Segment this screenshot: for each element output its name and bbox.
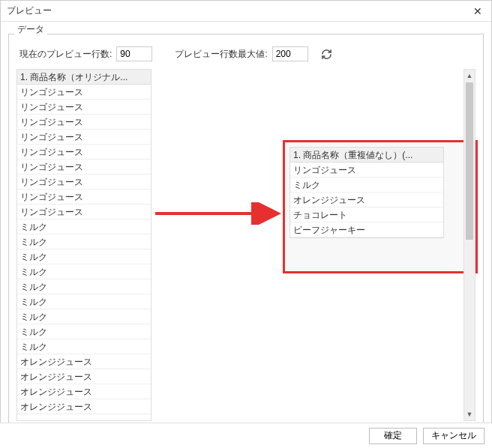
table-row[interactable]: チョコレート [290, 208, 443, 223]
fieldset-label: データ [14, 23, 47, 36]
table-row[interactable]: リンゴジュース [290, 163, 443, 178]
table-row[interactable]: ミルク [17, 294, 151, 309]
table-row[interactable]: リンゴジュース [17, 205, 151, 220]
titlebar: プレビュー ✕ [1, 1, 491, 22]
scroll-up-icon[interactable]: ▲ [464, 70, 475, 82]
table-row[interactable]: リンゴジュース [17, 130, 151, 145]
table-row[interactable]: オレンジジュース [17, 384, 151, 399]
original-table: 1. 商品名称（オリジナル... リンゴジュースリンゴジュースリンゴジュースリン… [16, 69, 152, 421]
table-row[interactable]: ミルク [17, 220, 151, 234]
table-row[interactable]: リンゴジュース [17, 100, 151, 115]
table-row[interactable]: リンゴジュース [17, 115, 151, 130]
table-row[interactable]: ミルク [17, 324, 151, 339]
window-title: プレビュー [7, 4, 470, 17]
table-row[interactable]: オレンジジュース [290, 193, 443, 208]
table-row[interactable]: オレンジジュース [17, 369, 151, 384]
table-row[interactable]: ミルク [17, 309, 151, 324]
cancel-button[interactable]: キャンセル [423, 428, 484, 444]
table-row[interactable]: ミルク [17, 234, 151, 249]
list-container: 1. 商品名称（オリジナル... リンゴジュースリンゴジュースリンゴジュースリン… [16, 69, 476, 421]
original-table-header[interactable]: 1. 商品名称（オリジナル... [17, 70, 151, 85]
footer: 確定 キャンセル [0, 423, 492, 448]
table-row[interactable]: ミルク [17, 279, 151, 294]
current-rows-input[interactable] [116, 46, 152, 61]
table-row[interactable]: ミルク [290, 178, 443, 193]
toolbar: 現在のプレビュー行数: プレビュー行数最大値: [16, 46, 476, 61]
dedup-table: 1. 商品名称（重複値なし）(... リンゴジュースミルクオレンジジュースチョコ… [290, 147, 444, 238]
table-row[interactable]: ミルク [17, 264, 151, 279]
table-row[interactable]: ビーフジャーキー [290, 223, 443, 237]
content-area: データ 現在のプレビュー行数: プレビュー行数最大値: 1. 商品名称（オリジナ… [1, 22, 491, 422]
table-row[interactable]: リンゴジュース [17, 175, 151, 190]
current-rows-label: 現在のプレビュー行数: [20, 48, 112, 61]
table-row[interactable]: オレンジジュース [17, 399, 151, 414]
table-row[interactable]: オレンジジュース [17, 354, 151, 369]
table-row[interactable]: リンゴジュース [17, 85, 151, 100]
original-table-body: リンゴジュースリンゴジュースリンゴジュースリンゴジュースリンゴジュースリンゴジュ… [17, 85, 151, 414]
dedup-table-body: リンゴジュースミルクオレンジジュースチョコレートビーフジャーキー [290, 163, 443, 237]
data-fieldset: 現在のプレビュー行数: プレビュー行数最大値: 1. 商品名称（オリジナル...… [8, 34, 484, 428]
dedup-table-header[interactable]: 1. 商品名称（重複値なし）(... [290, 148, 443, 163]
max-rows-input[interactable] [272, 46, 308, 61]
refresh-icon[interactable] [320, 47, 334, 61]
max-rows-label: プレビュー行数最大値: [175, 48, 267, 61]
arrow-icon [155, 202, 284, 225]
scrollbar[interactable]: ▲ ▼ [464, 69, 476, 421]
ok-button[interactable]: 確定 [369, 428, 417, 444]
result-highlight-box: 1. 商品名称（重複値なし）(... リンゴジュースミルクオレンジジュースチョコ… [283, 140, 478, 273]
table-row[interactable]: ミルク [17, 249, 151, 264]
close-icon[interactable]: ✕ [470, 4, 485, 19]
table-row[interactable]: リンゴジュース [17, 160, 151, 175]
table-row[interactable]: リンゴジュース [17, 145, 151, 160]
table-row[interactable]: リンゴジュース [17, 190, 151, 205]
scroll-down-icon[interactable]: ▼ [464, 408, 475, 420]
table-row[interactable]: ミルク [17, 339, 151, 354]
scrollbar-thumb[interactable] [466, 82, 473, 240]
